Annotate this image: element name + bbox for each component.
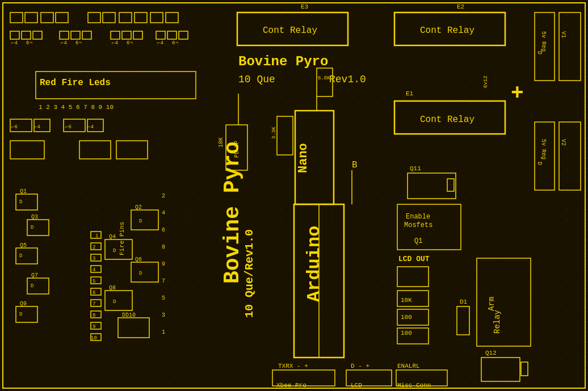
small-4-1: ⌐4: [34, 124, 40, 130]
bovine-pyro-large: Bovine Pyro: [220, 141, 245, 284]
pin8: 8: [162, 244, 165, 250]
label-4-3: ⌐4: [112, 40, 118, 46]
v1-label: V1: [560, 31, 566, 38]
pin9: 9: [162, 261, 165, 267]
r-68k: 6.8K: [318, 75, 330, 81]
v2-label: V2: [560, 139, 566, 146]
q8-d: D: [113, 299, 116, 305]
mosfets-label: Mosfets: [404, 221, 432, 229]
relay-label: Relay: [493, 310, 502, 334]
5vreg-mid-label: 5v Reg: [540, 139, 547, 159]
pcb-board: ⌐4 6¬ ⌐4 6¬ ⌐4 6¬ ⌐4 6¬ Red Fire Leds 1 …: [0, 0, 588, 391]
r-10k-lcd: 10K: [401, 297, 412, 304]
e3-label: E3: [301, 3, 308, 10]
q1-d: D: [19, 199, 22, 205]
cont-relay-e2: Cont Relay: [420, 26, 474, 36]
nano-label: Nano: [296, 143, 310, 173]
lcd-out-label: LCD OUT: [398, 255, 430, 263]
cont-relay-e3: Cont Relay: [263, 26, 317, 36]
10k-label: 10K: [218, 137, 224, 148]
label-6-3: 6¬: [127, 40, 133, 46]
10que-rev-title: 10 Que: [238, 74, 275, 85]
bovine-pyro-title: Bovine Pyro: [238, 54, 328, 69]
r-100-2: 100: [401, 330, 412, 337]
e1-label: E1: [406, 90, 414, 97]
pl-up-label: PL UP: [234, 141, 240, 158]
small-6-2: ⌐6: [65, 124, 72, 130]
txrx-label: TXRX - +: [278, 363, 308, 369]
r-100-1: 100: [401, 314, 412, 321]
q6-d: D: [139, 271, 142, 276]
q7-d: D: [31, 283, 33, 289]
label-6-4: 6¬: [172, 40, 178, 46]
q4-d: D: [113, 248, 116, 254]
numbers-1-10: 1 2 3 4 5 6 7 8 9 10: [39, 104, 114, 111]
enable-label: Enable: [406, 213, 430, 221]
fire-pins-label: Fire Pins: [119, 222, 125, 255]
6v12-label: 6v12: [483, 75, 489, 88]
5vreg-top-label: 5v Reg: [540, 31, 547, 52]
pin6: 6: [162, 227, 165, 233]
arduino-label: Arduino: [304, 226, 325, 302]
q-label: Q1: [414, 237, 422, 245]
pin5: 5: [162, 295, 165, 301]
q11-label: Q11: [410, 165, 421, 172]
label-4-2: ⌐4: [61, 40, 67, 46]
small-4-2: ⌐4: [87, 124, 94, 130]
label-6-2: 6¬: [75, 40, 82, 46]
10que-rev-large: 10 Que/Rev1.0: [243, 229, 256, 318]
d1-label: D1: [460, 298, 468, 305]
plus-sign: +: [511, 81, 524, 106]
enalrl-label: ENALRL: [397, 363, 420, 369]
q12-label: Q12: [485, 350, 497, 356]
q3-d: D: [31, 225, 33, 230]
q2-d: D: [139, 218, 142, 224]
b-label: B: [352, 160, 358, 170]
pin3: 3: [162, 312, 165, 318]
label-4-4: ⌐4: [157, 40, 163, 46]
cont-relay-e1: Cont Relay: [420, 115, 474, 125]
small-6-1: ⌐6: [11, 124, 18, 130]
e2-label: E2: [457, 3, 464, 10]
q5-d: D: [19, 253, 22, 259]
q9-d: D: [19, 312, 22, 317]
label-4-1: ⌐4: [11, 40, 18, 46]
r-33k: 3.3K: [271, 127, 277, 139]
rev10-title: Rev1.0: [329, 74, 366, 85]
pin7: 7: [162, 278, 165, 284]
d-pm-label: D - +: [351, 363, 369, 369]
arm-relay-label: Arm: [487, 297, 496, 311]
d-label-top: D: [536, 51, 543, 54]
label-6-1: 6¬: [26, 40, 32, 46]
d-label-mid: D: [536, 162, 543, 165]
red-fire-leds-label: Red Fire Leds: [40, 78, 111, 88]
pin1: 1: [162, 329, 165, 335]
pin4: 4: [162, 210, 165, 216]
pin2: 2: [162, 193, 165, 199]
